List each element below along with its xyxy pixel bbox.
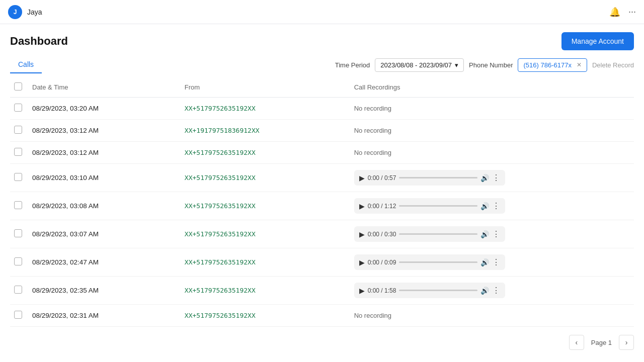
masked-phone: XX+5179752635192XX [185, 258, 256, 266]
row-checkbox-cell [10, 305, 28, 327]
progress-bar[interactable] [399, 261, 477, 263]
table-row: 08/29/2023, 02:35 AMXX+5179752635192XX ▶… [10, 277, 634, 305]
table-row: 08/29/2023, 03:20 AMXX+5179752635192XXNo… [10, 98, 634, 120]
no-recording-label: No recording [354, 127, 391, 134]
row-recording: No recording [350, 142, 634, 164]
masked-phone: XX+5179752635192XX [185, 202, 256, 210]
next-page-button[interactable]: › [619, 335, 634, 350]
row-recording: No recording [350, 120, 634, 142]
calls-table: Date & Time From Call Recordings 08/29/2… [10, 77, 634, 327]
progress-bar[interactable] [399, 290, 477, 291]
recording-player: ▶ 0:00 / 1:12 🔊 ⋮ [354, 198, 505, 214]
progress-bar[interactable] [399, 177, 477, 178]
play-button[interactable]: ▶ [359, 258, 365, 266]
play-button[interactable]: ▶ [359, 230, 365, 238]
phone-number-label: Phone Number [469, 61, 513, 69]
volume-button[interactable]: 🔊 [480, 202, 489, 210]
page-title: Dashboard [10, 35, 68, 48]
select-all-checkbox[interactable] [14, 82, 22, 90]
topbar-right: 🔔 ··· [609, 7, 636, 18]
toolbar: Calls Time Period 2023/08/08 - 2023/09/0… [0, 56, 644, 77]
row-recording: ▶ 0:00 / 1:12 🔊 ⋮ [350, 192, 634, 220]
row-checkbox-cell [10, 248, 28, 277]
masked-phone: XX+5179752635192XX [185, 149, 256, 156]
table-row: 08/29/2023, 02:47 AMXX+5179752635192XX ▶… [10, 248, 634, 277]
play-button[interactable]: ▶ [359, 287, 365, 295]
notification-icon: 🔔 [609, 7, 620, 18]
pagination: ‹ Page 1 › [0, 327, 644, 358]
phone-number-clear-icon[interactable]: ✕ [577, 61, 582, 68]
row-from: XX+5179752635192XX [181, 192, 350, 220]
row-datetime: 08/29/2023, 03:12 AM [28, 120, 181, 142]
row-checkbox[interactable] [14, 126, 22, 134]
time-display: 0:00 / 0:30 [368, 231, 396, 238]
row-recording: ▶ 0:00 / 1:58 🔊 ⋮ [350, 277, 634, 305]
tab-calls[interactable]: Calls [10, 56, 42, 73]
volume-button[interactable]: 🔊 [480, 230, 489, 238]
no-recording-label: No recording [354, 312, 391, 319]
recording-player: ▶ 0:00 / 0:09 🔊 ⋮ [354, 254, 505, 270]
masked-phone: XX+5179752635192XX [185, 230, 256, 238]
time-display: 0:00 / 0:09 [368, 259, 396, 266]
row-from: XX+19179751836912XX [181, 120, 350, 142]
table-row: 08/29/2023, 03:07 AMXX+5179752635192XX ▶… [10, 220, 634, 248]
manage-account-button[interactable]: Manage Account [561, 32, 634, 50]
delete-record-button[interactable]: Delete Record [592, 61, 634, 69]
row-datetime: 08/29/2023, 02:47 AM [28, 248, 181, 277]
more-options-button[interactable]: ⋮ [492, 201, 500, 211]
masked-phone: XX+5179752635192XX [185, 174, 256, 182]
row-checkbox[interactable] [14, 311, 22, 319]
time-period-select[interactable]: 2023/08/08 - 2023/09/07 ▾ [375, 58, 464, 72]
progress-bar[interactable] [399, 205, 477, 207]
chevron-down-icon: ▾ [455, 61, 458, 69]
table-header-row: Date & Time From Call Recordings [10, 77, 634, 98]
row-from: XX+5179752635192XX [181, 305, 350, 327]
table-row: 08/29/2023, 02:31 AMXX+5179752635192XXNo… [10, 305, 634, 327]
more-options-button[interactable]: ⋮ [492, 229, 500, 239]
row-from: XX+5179752635192XX [181, 277, 350, 305]
topbar-left: J Jaya [8, 5, 42, 19]
masked-phone: XX+5179752635192XX [185, 287, 256, 294]
table-row: 08/29/2023, 03:08 AMXX+5179752635192XX ▶… [10, 192, 634, 220]
row-recording: No recording [350, 305, 634, 327]
more-menu-button[interactable]: ··· [628, 7, 636, 17]
play-button[interactable]: ▶ [359, 174, 365, 182]
masked-phone: XX+19179751836912XX [185, 127, 260, 134]
topbar: J Jaya 🔔 ··· [0, 0, 644, 24]
row-checkbox[interactable] [14, 286, 22, 294]
row-checkbox[interactable] [14, 173, 22, 181]
select-all-header [10, 77, 28, 98]
row-from: XX+5179752635192XX [181, 164, 350, 192]
progress-bar[interactable] [399, 233, 477, 235]
user-name: Jaya [27, 8, 42, 16]
volume-button[interactable]: 🔊 [480, 258, 489, 266]
row-checkbox[interactable] [14, 229, 22, 237]
phone-number-value: (516) 786-6177x [523, 61, 571, 69]
tabs: Calls [10, 56, 42, 73]
no-recording-label: No recording [354, 149, 391, 156]
volume-button[interactable]: 🔊 [480, 287, 489, 295]
row-checkbox[interactable] [14, 257, 22, 265]
time-display: 0:00 / 1:58 [368, 287, 396, 294]
row-checkbox-cell [10, 277, 28, 305]
avatar: J [8, 5, 22, 19]
table-row: 08/29/2023, 03:12 AMXX+5179752635192XXNo… [10, 142, 634, 164]
table-container: Date & Time From Call Recordings 08/29/2… [0, 77, 644, 327]
volume-button[interactable]: 🔊 [480, 174, 489, 182]
row-checkbox-cell [10, 220, 28, 248]
prev-page-button[interactable]: ‹ [569, 335, 584, 350]
row-checkbox-cell [10, 142, 28, 164]
row-checkbox[interactable] [14, 148, 22, 156]
notification-button[interactable]: 🔔 [609, 7, 620, 18]
play-button[interactable]: ▶ [359, 202, 365, 210]
more-options-button[interactable]: ⋮ [492, 286, 500, 295]
more-options-button[interactable]: ⋮ [492, 257, 500, 267]
row-checkbox-cell [10, 98, 28, 120]
table-body: 08/29/2023, 03:20 AMXX+5179752635192XXNo… [10, 98, 634, 327]
row-checkbox[interactable] [14, 201, 22, 209]
row-checkbox[interactable] [14, 104, 22, 112]
more-icon: ··· [628, 7, 636, 17]
phone-number-filter[interactable]: (516) 786-6177x ✕ [518, 58, 587, 72]
row-recording: ▶ 0:00 / 0:30 🔊 ⋮ [350, 220, 634, 248]
more-options-button[interactable]: ⋮ [492, 173, 500, 183]
